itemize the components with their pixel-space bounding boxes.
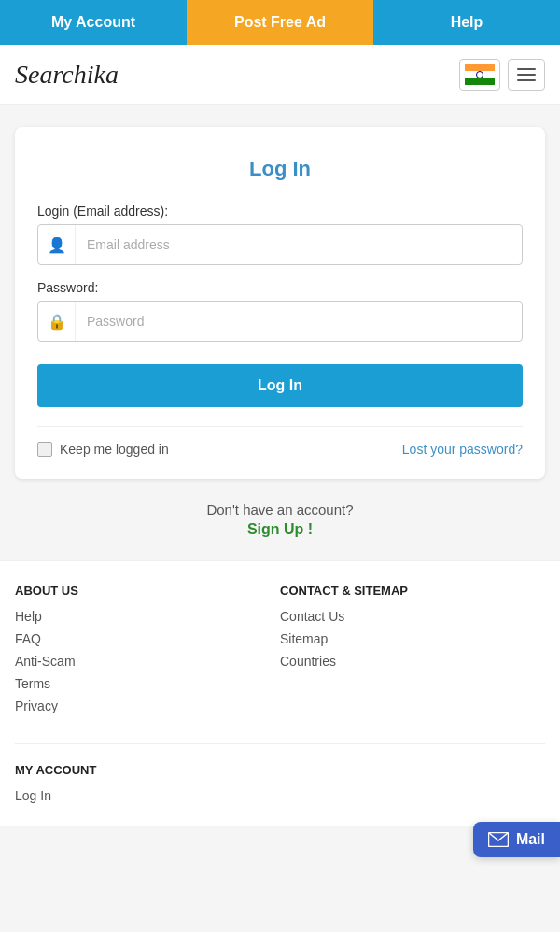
nav-my-account[interactable]: My Account [0,0,187,45]
nav-post-free-ad[interactable]: Post Free Ad [187,0,373,45]
footer-link-terms[interactable]: Terms [15,676,280,691]
user-icon: 👤 [38,225,76,264]
top-nav: My Account Post Free Ad Help [0,0,560,45]
footer-grid: ABOUT US Help FAQ Anti-Scam Terms Privac… [15,584,545,721]
mail-button-label: Mail [516,831,545,848]
header: Searchika [0,45,560,105]
keep-logged-in-label: Keep me logged in [60,442,169,457]
password-input[interactable] [76,304,522,338]
footer-link-sitemap[interactable]: Sitemap [280,631,545,646]
menu-line-icon [517,74,536,76]
mail-icon [488,832,509,847]
footer-link-contact-us[interactable]: Contact Us [280,609,545,624]
login-button[interactable]: Log In [37,364,523,407]
india-flag-icon [465,64,495,85]
login-card: Log In Login (Email address): 👤 Password… [15,127,545,479]
keep-logged-in-checkbox[interactable] [37,442,52,457]
menu-line-icon [517,68,536,70]
lost-password-link[interactable]: Lost your password? [402,442,523,457]
email-form-group: Login (Email address): 👤 [37,204,523,265]
login-title: Log In [37,157,523,181]
password-form-group: Password: 🔒 [37,280,523,342]
signup-link[interactable]: Sign Up ! [0,521,560,538]
menu-button[interactable] [508,59,545,91]
footer: ABOUT US Help FAQ Anti-Scam Terms Privac… [0,560,560,826]
footer-contact-col: CONTACT & SITEMAP Contact Us Sitemap Cou… [280,584,545,721]
mail-button[interactable]: Mail [473,822,560,857]
menu-line-icon [517,79,536,81]
language-selector[interactable] [459,59,500,91]
footer-link-login[interactable]: Log In [15,788,545,803]
my-account-heading: MY ACCOUNT [15,763,545,777]
footer-about-col: ABOUT US Help FAQ Anti-Scam Terms Privac… [15,584,280,721]
password-input-wrapper: 🔒 [37,301,523,342]
footer-link-privacy[interactable]: Privacy [15,699,280,713]
email-input-wrapper: 👤 [37,224,523,265]
footer-link-countries[interactable]: Countries [280,654,545,669]
lock-icon: 🔒 [38,302,76,341]
email-label: Login (Email address): [37,204,523,219]
keep-logged-in-group: Keep me logged in [37,442,169,457]
email-input[interactable] [76,228,522,261]
main-content: Log In Login (Email address): 👤 Password… [0,127,560,538]
header-actions [459,59,545,91]
footer-link-help[interactable]: Help [15,609,280,624]
password-label: Password: [37,280,523,295]
no-account-text: Don't have an account? [206,501,353,517]
footer-link-anti-scam[interactable]: Anti-Scam [15,654,280,669]
footer-link-faq[interactable]: FAQ [15,631,280,646]
signup-section: Don't have an account? Sign Up ! [0,501,560,538]
site-logo: Searchika [15,60,119,90]
footer-my-account-section: MY ACCOUNT Log In [15,743,545,803]
contact-heading: CONTACT & SITEMAP [280,584,545,598]
nav-help[interactable]: Help [373,0,560,45]
about-us-heading: ABOUT US [15,584,280,598]
login-footer: Keep me logged in Lost your password? [37,426,523,457]
